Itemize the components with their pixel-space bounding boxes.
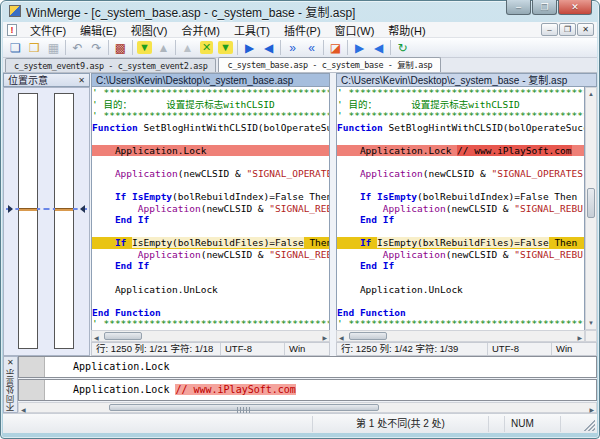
code-line bbox=[337, 133, 584, 145]
left-horizontal-scrollbar[interactable]: ◀ ▶ bbox=[91, 330, 330, 342]
toolbar-separator bbox=[132, 40, 133, 55]
maximize-button[interactable]: ❐ bbox=[532, 0, 557, 15]
menu-item[interactable]: 文件(F) bbox=[23, 22, 73, 39]
resize-grip[interactable] bbox=[581, 417, 595, 431]
code-line: Function SetBlogHintWithCLSID(bolOperate… bbox=[92, 122, 329, 134]
scroll-down-icon[interactable]: ▼ bbox=[586, 318, 596, 328]
previous-difference-icon: ▲ bbox=[154, 39, 173, 57]
copy-right-advance-icon[interactable]: » bbox=[283, 39, 302, 57]
auto-merge-icon[interactable]: ◪ bbox=[326, 39, 345, 57]
left-code-pane[interactable]: ' **************************************… bbox=[91, 87, 330, 330]
menu-item[interactable]: 工具(T) bbox=[227, 22, 277, 39]
code-line: ' **************************************… bbox=[337, 87, 584, 99]
right-pane-status-bar: 行: 1250 列: 1/42 字符: 1/39 UTF-8 Win bbox=[336, 342, 597, 356]
right-file-path-header[interactable]: C:\Users\Kevin\Desktop\c_system_base - 复… bbox=[336, 73, 597, 87]
tab[interactable]: c_system_event9.asp - c_system_event2.as… bbox=[5, 58, 216, 72]
left-file-path-header[interactable]: C:\Users\Kevin\Desktop\c_system_base.asp bbox=[91, 73, 330, 87]
code-line bbox=[92, 226, 329, 238]
code-line: Application(newCLSID & "SIGNAL_OPERATES bbox=[337, 168, 584, 180]
copy-all-left-icon[interactable]: ◀ bbox=[369, 39, 388, 57]
document-icon[interactable]: ! bbox=[7, 24, 17, 36]
mdi-restore-icon[interactable]: ❐ bbox=[559, 23, 576, 36]
diff-detail-row-left[interactable]: Application.Lock bbox=[18, 356, 597, 378]
diff-row-gutter bbox=[19, 357, 45, 377]
code-line bbox=[92, 133, 329, 145]
diff-detail-row-right[interactable]: Application.Lock // www.iPlaySoft.com bbox=[18, 379, 597, 401]
menu-item[interactable]: 合并(M) bbox=[174, 22, 227, 39]
diff-row-text: Application.Lock // www.iPlaySoft.com bbox=[49, 380, 296, 400]
location-pane[interactable] bbox=[3, 87, 90, 356]
toolbar-separator bbox=[323, 40, 324, 55]
save-file-icon: ▦ bbox=[44, 39, 63, 57]
mdi-minimize-icon[interactable]: – bbox=[541, 23, 558, 36]
code-line: If IsEmpty(bolRebuildIndex)=False Then bbox=[92, 191, 329, 203]
last-difference-icon[interactable]: ▼ bbox=[216, 39, 235, 57]
tab-active[interactable]: c_system_base.asp - c_system_base - 复制.a… bbox=[218, 57, 441, 72]
toolbar-separator bbox=[108, 40, 109, 55]
toolbar-separator bbox=[237, 40, 238, 55]
code-line: End If bbox=[337, 214, 584, 226]
toolbar-separator bbox=[280, 40, 281, 55]
diff-pane-title: 不同处显示 bbox=[5, 369, 17, 412]
right-code-pane[interactable]: ' **************************************… bbox=[336, 87, 585, 330]
status-bar: 第 1 处不同(共 2 处) NUM bbox=[3, 413, 597, 433]
open-file-icon[interactable]: ❒ bbox=[25, 39, 44, 57]
copy-right-icon[interactable]: ▶ bbox=[240, 39, 259, 57]
menu-item[interactable]: 帮助(H) bbox=[381, 22, 432, 39]
code-line: Function SetBlogHintWithCLSID(bolOperate… bbox=[337, 122, 584, 134]
minimize-button[interactable]: – bbox=[506, 0, 531, 15]
cursor-position: 行: 1250 列: 1/42 字符: 1/39 bbox=[337, 343, 488, 355]
diff-mark-left[interactable] bbox=[19, 208, 37, 211]
diff-row-text: Application.Lock bbox=[49, 357, 169, 377]
diff-mark-right[interactable] bbox=[55, 208, 73, 211]
right-file-map[interactable] bbox=[54, 93, 74, 349]
close-icon[interactable]: ✕ bbox=[78, 76, 85, 85]
code-line: Application.UnLock bbox=[337, 284, 584, 296]
code-line: Application(newCLSID & "SIGNAL_REBU bbox=[92, 249, 329, 261]
redo-icon: ↷ bbox=[87, 39, 106, 57]
mdi-close-icon[interactable]: ✕ bbox=[577, 23, 594, 36]
code-line bbox=[337, 156, 584, 168]
new-file-icon[interactable]: ❏ bbox=[6, 39, 25, 57]
winmerge-window: WinMerge - [c_system_base.asp - c_system… bbox=[0, 0, 600, 439]
scrollbar-thumb[interactable] bbox=[587, 188, 595, 218]
toolbar: ❏❒▦↶↷▩▼▲▲✕▼▶◀»«◪▶◀↻ bbox=[3, 38, 597, 58]
eol-style: Win bbox=[552, 343, 596, 355]
copy-left-icon[interactable]: ◀ bbox=[259, 39, 278, 57]
vertical-scrollbar[interactable]: ▲ ▼ bbox=[585, 87, 597, 330]
left-file-map[interactable] bbox=[18, 93, 38, 349]
diff-pane-titlebar: ✕ 不同处显示 bbox=[3, 356, 18, 413]
code-line: Application(newCLSID & "SIGNAL_OPERATES bbox=[92, 168, 329, 180]
options-icon[interactable]: ▩ bbox=[111, 39, 130, 57]
next-difference-icon[interactable]: ▼ bbox=[135, 39, 154, 57]
code-line: End If bbox=[92, 260, 329, 272]
first-difference-icon: ▲ bbox=[178, 39, 197, 57]
close-icon[interactable]: ✕ bbox=[7, 358, 14, 367]
encoding: UTF-8 bbox=[221, 343, 285, 355]
copy-left-advance-icon[interactable]: « bbox=[302, 39, 321, 57]
copy-all-right-icon[interactable]: ▶ bbox=[350, 39, 369, 57]
code-line: End Function bbox=[92, 307, 329, 319]
diff-count-status: 第 1 处不同(共 2 处) bbox=[313, 416, 489, 432]
code-line: ' **************************************… bbox=[92, 87, 329, 99]
position-arrow-right-icon bbox=[80, 205, 85, 213]
code-line: ' **************************************… bbox=[337, 110, 584, 122]
code-line bbox=[92, 272, 329, 284]
close-button[interactable]: ✕ bbox=[558, 0, 592, 15]
diff-pane-horizontal-scrollbar[interactable]: ◀ ▶ bbox=[18, 402, 597, 413]
menu-item[interactable]: 视图(V) bbox=[124, 22, 175, 39]
scroll-up-icon[interactable]: ▲ bbox=[586, 89, 596, 99]
scrollbar-thumb[interactable] bbox=[349, 332, 387, 340]
refresh-icon[interactable]: ↻ bbox=[393, 39, 412, 57]
window-title: WinMerge - [c_system_base.asp - c_system… bbox=[26, 3, 355, 20]
code-line bbox=[92, 180, 329, 192]
scrollbar-thumb[interactable] bbox=[104, 332, 142, 340]
scrollbar-thumb[interactable] bbox=[109, 404, 379, 411]
menu-item[interactable]: 编辑(E) bbox=[73, 22, 124, 39]
right-horizontal-scrollbar[interactable]: ◀ ▶ bbox=[336, 330, 585, 342]
cursor-position: 行: 1250 列: 1/21 字符: 1/18 bbox=[92, 343, 221, 355]
left-pane-status-bar: 行: 1250 列: 1/21 字符: 1/18 UTF-8 Win bbox=[91, 342, 330, 356]
menu-item[interactable]: 插件(P) bbox=[277, 22, 328, 39]
current-difference-icon[interactable]: ✕ bbox=[197, 39, 216, 57]
menu-item[interactable]: 窗口(W) bbox=[328, 22, 382, 39]
